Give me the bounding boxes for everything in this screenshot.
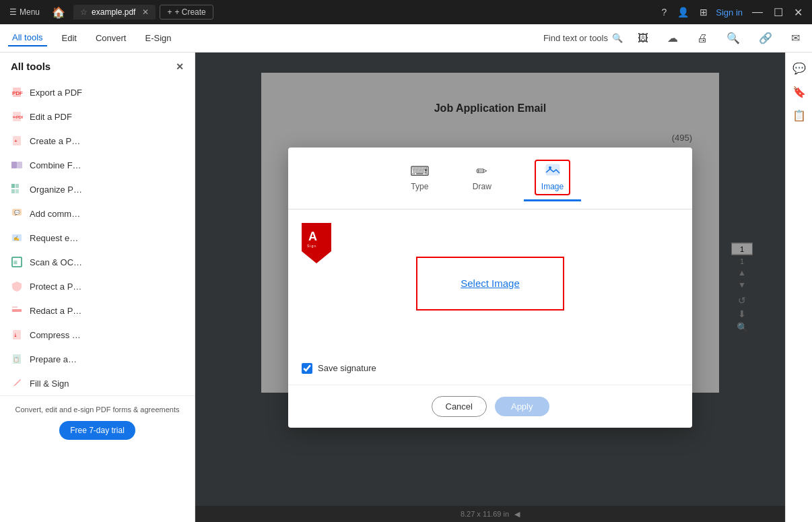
title-bar-right: ? 👤 ⊞ Sign in — ☐ ✕	[658, 4, 807, 20]
protect-icon	[11, 280, 23, 292]
select-image-label[interactable]: Select Image	[461, 278, 520, 289]
tab-convert[interactable]: Convert	[92, 30, 131, 46]
close-tab-button[interactable]: ✕	[142, 7, 149, 17]
sidebar-label-redact: Redact a P…	[30, 306, 81, 316]
sidebar: All tools ✕ PDF Export a PDF ✏PDF Edit a…	[0, 53, 195, 522]
sign-in-button[interactable]: Sign in	[716, 7, 743, 18]
main-layout: All tools ✕ PDF Export a PDF ✏PDF Edit a…	[0, 53, 812, 522]
star-icon: ☆	[80, 7, 88, 17]
free-trial-button[interactable]: Free 7-day trial	[59, 421, 135, 440]
search-icon: 🔍	[612, 33, 623, 43]
create-pdf-icon: +	[11, 135, 23, 147]
title-bar: ☰ Menu 🏠 ☆ example.pdf ✕ + + Create ? 👤 …	[0, 0, 812, 24]
sidebar-item-create-pdf[interactable]: + Create a P…	[0, 129, 195, 153]
svg-marker-26	[302, 223, 331, 263]
save-signature-label: Save signature	[318, 363, 376, 373]
svg-text:✍: ✍	[13, 235, 20, 241]
svg-rect-9	[15, 184, 19, 188]
print-icon[interactable]: 🖨	[693, 30, 712, 47]
help-icon[interactable]: ?	[658, 4, 669, 20]
cloud-icon[interactable]: ☁	[663, 29, 682, 47]
redact-icon	[11, 304, 23, 317]
tab-type[interactable]: ⌨ Type	[399, 159, 440, 197]
save-signature-row: Save signature	[288, 358, 692, 385]
modal-overlay: ⌨ Type ✏ Draw	[195, 53, 785, 522]
sidebar-item-prepare[interactable]: 📋 Prepare a…	[0, 347, 195, 371]
home-button[interactable]: 🏠	[48, 3, 69, 22]
clipboard-panel-icon[interactable]: 📋	[788, 105, 810, 126]
svg-text:⤓: ⤓	[13, 333, 18, 337]
tab-filename: example.pdf	[92, 7, 135, 17]
sidebar-close-button[interactable]: ✕	[176, 61, 184, 72]
sidebar-item-compress[interactable]: ⤓ Compress …	[0, 323, 195, 347]
content-area: Job Application Email (495) . My y. have…	[195, 53, 785, 522]
sidebar-title: All tools	[11, 61, 50, 72]
image-toolbar-icon[interactable]: 🖼	[634, 30, 652, 47]
sidebar-footer: Convert, edit and e-sign PDF forms & agr…	[0, 395, 195, 448]
sidebar-item-redact[interactable]: Redact a P…	[0, 298, 195, 323]
svg-text:A: A	[308, 230, 317, 243]
profile-icon[interactable]: 👤	[675, 4, 691, 20]
sidebar-label-edit-pdf: Edit a PDF	[30, 112, 72, 122]
hamburger-icon: ☰	[9, 7, 17, 17]
find-text-button[interactable]: Find text or tools 🔍	[543, 33, 623, 43]
export-pdf-icon: PDF	[11, 86, 23, 98]
tab-image-label: Image	[541, 182, 564, 191]
keyboard-icon: ⌨	[410, 163, 430, 179]
add-comments-icon: 💬	[11, 207, 23, 220]
sidebar-label-fill-sign: Fill & Sign	[30, 379, 69, 389]
organize-icon	[11, 183, 23, 195]
select-image-box[interactable]: Select Image	[416, 257, 564, 311]
svg-rect-8	[11, 184, 15, 188]
tab-edit[interactable]: Edit	[58, 30, 81, 46]
tab-image[interactable]: Image	[524, 156, 581, 201]
sidebar-label-request-e: Request e…	[30, 233, 78, 243]
tab-draw[interactable]: ✏ Draw	[462, 159, 502, 197]
modal-tabs: ⌨ Type ✏ Draw	[288, 148, 692, 209]
sidebar-item-add-comments[interactable]: 💬 Add comm…	[0, 201, 195, 226]
tab-type-label: Type	[411, 182, 428, 191]
sidebar-item-request-e[interactable]: ✍ Request e…	[0, 226, 195, 250]
zoom-icon[interactable]: 🔍	[722, 29, 744, 47]
apps-icon[interactable]: ⊞	[697, 4, 710, 20]
sidebar-label-compress: Compress …	[30, 330, 81, 340]
sidebar-label-organize: Organize P…	[30, 185, 82, 195]
file-tab[interactable]: ☆ example.pdf ✕	[73, 5, 156, 20]
svg-text:📋: 📋	[13, 356, 20, 362]
sidebar-label-add-comments: Add comm…	[30, 209, 80, 219]
sidebar-label-scan-ocr: Scan & OC…	[30, 257, 82, 267]
tab-esign[interactable]: E-Sign	[141, 30, 175, 46]
main-toolbar: All tools Edit Convert E-Sign Find text …	[0, 24, 812, 53]
svg-text:PDF: PDF	[12, 90, 23, 96]
comment-panel-icon[interactable]: 💬	[788, 58, 810, 79]
menu-button[interactable]: ☰ Menu	[5, 5, 44, 20]
sidebar-header: All tools ✕	[0, 53, 195, 80]
sidebar-item-fill-sign[interactable]: Fill & Sign	[0, 371, 195, 395]
sidebar-label-prepare: Prepare a…	[30, 354, 77, 364]
link-icon[interactable]: 🔗	[755, 29, 776, 47]
combine-icon	[11, 159, 23, 171]
sidebar-item-edit-pdf[interactable]: ✏PDF Edit a PDF	[0, 104, 195, 129]
apply-button[interactable]: Apply	[495, 397, 549, 416]
mail-icon[interactable]: ✉	[787, 29, 804, 47]
save-signature-checkbox[interactable]	[302, 363, 312, 374]
svg-text:✏PDF: ✏PDF	[13, 115, 23, 119]
modal-footer: Cancel Apply	[288, 385, 692, 428]
sidebar-item-combine[interactable]: Combine F…	[0, 153, 195, 177]
cancel-button[interactable]: Cancel	[432, 396, 487, 417]
maximize-button[interactable]: ☐	[770, 6, 787, 19]
close-button[interactable]: ✕	[790, 6, 807, 19]
svg-text:⊞: ⊞	[13, 260, 18, 265]
sidebar-label-protect: Protect a P…	[30, 282, 81, 292]
compress-icon: ⤓	[11, 329, 23, 341]
sidebar-item-protect[interactable]: Protect a P…	[0, 274, 195, 298]
window-controls: — ☐ ✕	[748, 6, 807, 19]
image-tab-icon	[545, 164, 560, 179]
sidebar-item-export-pdf[interactable]: PDF Export a PDF	[0, 80, 195, 104]
tab-all-tools[interactable]: All tools	[8, 30, 47, 46]
sidebar-item-organize[interactable]: Organize P…	[0, 177, 195, 201]
create-button[interactable]: + + Create	[160, 5, 213, 20]
minimize-button[interactable]: —	[748, 6, 767, 19]
bookmark-panel-icon[interactable]: 🔖	[788, 81, 810, 102]
sidebar-item-scan-ocr[interactable]: ⊞ Scan & OC…	[0, 250, 195, 274]
